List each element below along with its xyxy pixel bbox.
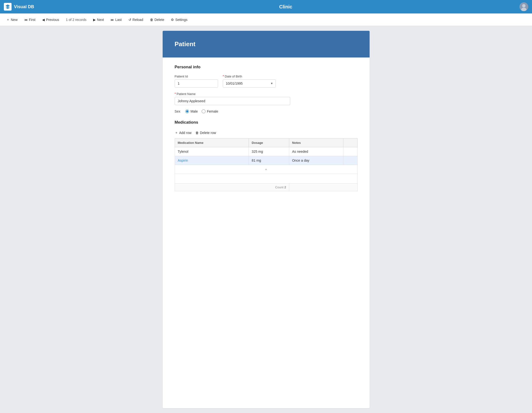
dob-required-star: *: [223, 74, 224, 78]
last-icon: ⏭: [111, 18, 114, 22]
personal-info-section-title: Personal info: [175, 65, 358, 69]
patient-name-input[interactable]: [175, 97, 290, 105]
patient-id-label: Patient Id: [175, 75, 218, 78]
med-empty-cell: [343, 156, 357, 165]
next-button[interactable]: ▶ Next: [90, 16, 107, 24]
delete-button[interactable]: 🗑 Delete: [147, 16, 168, 24]
previous-icon: ◀: [42, 18, 45, 22]
previous-label: Previous: [46, 18, 59, 22]
plus-icon: ＋: [6, 18, 10, 22]
form-body: Personal info Patient Id * Date of Birth: [163, 57, 370, 198]
sex-female-radio[interactable]: [202, 109, 206, 113]
patient-name-row: * Patient Name: [175, 92, 358, 105]
patient-id-group: Patient Id: [175, 75, 218, 88]
dob-group: * Date of Birth 10/01/1995 ▼: [223, 74, 276, 88]
delete-icon: 🗑: [150, 18, 153, 22]
patient-name-required-star: *: [175, 92, 176, 96]
patient-name-group: * Patient Name: [175, 92, 290, 105]
patient-id-dob-row: Patient Id * Date of Birth 10/01/1995 ▼: [175, 74, 358, 88]
previous-button[interactable]: ◀ Previous: [39, 16, 62, 24]
add-row-icon: ＋: [175, 131, 178, 135]
last-button[interactable]: ⏭ Last: [107, 16, 125, 24]
delete-row-button[interactable]: 🗑 Delete row: [195, 130, 216, 136]
avatar[interactable]: [520, 2, 528, 11]
next-icon: ▶: [93, 18, 96, 22]
table-header-row: Medication Name Dosage Notes: [175, 139, 357, 147]
settings-button[interactable]: ⚙ Settings: [168, 16, 191, 24]
medications-section-title: Medications: [175, 120, 358, 125]
form-container: Patient Personal info Patient Id * Date …: [163, 31, 370, 408]
add-row-cell[interactable]: +: [175, 165, 357, 174]
app-name: Visual DB: [14, 4, 34, 9]
count-row: Count 2: [175, 184, 357, 191]
med-name-cell: Tylenol: [175, 147, 249, 156]
form-header-title: Patient: [175, 40, 358, 48]
sex-row: Sex Male Female: [175, 109, 358, 113]
reload-button[interactable]: ↺ Reload: [125, 16, 147, 24]
delete-row-icon: 🗑: [195, 131, 199, 135]
first-button[interactable]: ⏮ First: [21, 16, 39, 24]
first-label: First: [29, 18, 35, 22]
count-label-cell: Count 2: [175, 184, 289, 191]
svg-point-1: [522, 4, 525, 8]
logo-icon: [4, 3, 11, 10]
sex-label: Sex: [175, 109, 180, 113]
add-row-label: Add row: [179, 131, 191, 135]
main-area: Patient Personal info Patient Id * Date …: [0, 26, 532, 413]
toolbar: ＋ New ⏮ First ◀ Previous 1 of 2 records …: [0, 13, 532, 26]
new-button[interactable]: ＋ New: [3, 16, 21, 24]
reload-icon: ↺: [128, 18, 131, 22]
table-row[interactable]: Tylenol 325 mg As needed: [175, 147, 357, 156]
patient-id-input[interactable]: [175, 79, 218, 88]
med-notes-cell: Once a day: [289, 156, 343, 165]
next-label: Next: [97, 18, 104, 22]
top-nav: Visual DB Clinic: [0, 0, 532, 13]
med-name-cell: Aspirin: [175, 156, 249, 165]
delete-row-label: Delete row: [200, 131, 216, 135]
count-empty-cell: [289, 184, 357, 191]
med-dosage-cell: 81 mg: [249, 156, 289, 165]
med-dosage-cell: 325 mg: [249, 147, 289, 156]
count-value: 2: [285, 186, 286, 189]
delete-label: Delete: [154, 18, 164, 22]
col-empty: [343, 139, 357, 147]
first-icon: ⏮: [24, 18, 28, 22]
app-logo: Visual DB: [4, 3, 52, 10]
sex-male-option[interactable]: Male: [185, 109, 198, 113]
sex-female-option[interactable]: Female: [202, 109, 218, 113]
form-header: Patient: [163, 31, 370, 57]
last-label: Last: [115, 18, 122, 22]
record-count: 1 of 2 records: [63, 16, 90, 24]
new-label: New: [11, 18, 18, 22]
dob-label: * Date of Birth: [223, 74, 276, 78]
col-dosage: Dosage: [249, 139, 289, 147]
medications-table: Medication Name Dosage Notes Tylenol 325…: [175, 138, 358, 191]
page-title: Clinic: [52, 4, 520, 10]
empty-row: [175, 174, 357, 184]
med-actions: ＋ Add row 🗑 Delete row: [175, 130, 358, 136]
sex-male-radio[interactable]: [185, 109, 189, 113]
settings-label: Settings: [175, 18, 187, 22]
sex-male-label: Male: [190, 109, 198, 113]
patient-name-label: * Patient Name: [175, 92, 290, 96]
medications-section: Medications ＋ Add row 🗑 Delete row Medic: [175, 120, 358, 191]
settings-icon: ⚙: [171, 18, 174, 22]
med-empty-cell: [343, 147, 357, 156]
dob-select-wrapper: 10/01/1995 ▼: [223, 79, 276, 88]
reload-label: Reload: [133, 18, 143, 22]
add-row-button[interactable]: ＋ Add row: [175, 130, 191, 136]
col-medication-name: Medication Name: [175, 139, 249, 147]
add-row-cell-row[interactable]: +: [175, 165, 357, 174]
sex-female-label: Female: [207, 109, 218, 113]
table-row[interactable]: Aspirin 81 mg Once a day: [175, 156, 357, 165]
dob-select[interactable]: 10/01/1995: [223, 79, 276, 88]
med-notes-cell: As needed: [289, 147, 343, 156]
col-notes: Notes: [289, 139, 343, 147]
